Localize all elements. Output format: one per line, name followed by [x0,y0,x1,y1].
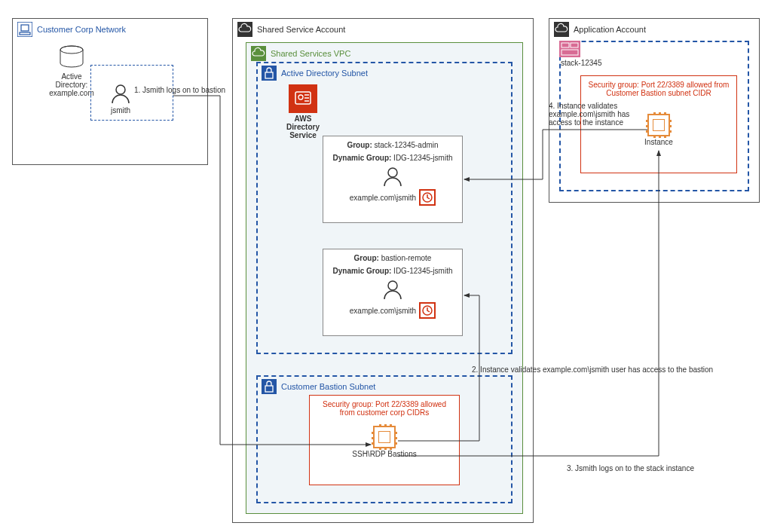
svg-point-5 [116,85,125,94]
svg-rect-1 [21,25,29,31]
shared-service-title: Shared Service Account [257,25,345,34]
user-icon [381,278,404,301]
group2-dyn-label: Dynamic Group: [333,267,392,275]
directory-service-icon [289,84,317,113]
bastion-instance-label: SSH\RDP Bastions [310,450,459,458]
svg-point-8 [298,95,303,99]
lock-icon [262,66,277,81]
clock-icon [419,302,436,319]
group1-label: Group: [347,141,372,149]
step-2-label: 2. Instance validates example.com\jsmith… [472,365,713,374]
group-bastion-remote: Group: bastion-remote Dynamic Group: IDG… [323,249,463,336]
lock-icon [262,379,277,394]
svg-rect-6 [265,72,273,78]
group1-name: stack-12345-admin [375,141,439,149]
shared-service-header: Shared Service Account [233,19,533,40]
group2-label: Group: [354,254,379,262]
step-1-label: 1. Jsmith logs on to bastion [134,86,225,94]
bastion-subnet-title: Customer Bastion Subnet [281,382,375,391]
group1-header: Group: stack-12345-admin [326,141,459,149]
instance-label: Instance [581,138,736,146]
group2-header: Group: bastion-remote [326,254,459,262]
bastion-subnet-header: Customer Bastion Subnet [258,377,511,396]
ds-label1: AWS [273,115,333,123]
customer-corp-header: Customer Corp Network [13,19,207,40]
group1-dyn-header: Dynamic Group: IDG-12345-jsmith [326,154,459,162]
bastion-sec-label: Security group: Port 22/3389 allowed fro… [310,396,459,421]
user-label: jsmith [98,106,143,115]
group2-dyn-header: Dynamic Group: IDG-12345-jsmith [326,267,459,275]
svg-rect-2 [20,32,30,35]
cloud-icon [237,22,252,37]
group1-dyn-label: Dynamic Group: [333,154,392,162]
svg-point-11 [388,281,397,290]
directory-service: AWS Directory Service [273,84,333,139]
group1-user-path: example.com\jsmith [350,194,416,202]
ec2-instance-icon [647,114,670,136]
group1-user-row: example.com\jsmith [326,189,459,206]
user-icon [109,82,132,105]
group2-name: bastion-remote [381,254,432,262]
svg-rect-13 [265,386,273,392]
bastion-sec-group: Security group: Port 22/3389 allowed fro… [309,395,460,485]
step-3-label: 3. Jsmith logs on to the stack instance [567,464,694,472]
corporate-network-icon [17,22,32,37]
cloudformation-icon [559,41,580,57]
group2-dyn-name: IDG-12345-jsmith [393,267,452,275]
stack-label: stack-12345 [561,59,601,67]
app-sec-label: Security group: Port 22/3389 allowed fro… [581,76,736,102]
cloud-icon [554,22,569,37]
group2-user-row: example.com\jsmith [326,302,459,319]
vpc-icon [251,46,266,61]
application-account-header: Application Account [549,19,759,40]
ad-subnet-title: Active Directory Subnet [281,69,368,78]
svg-point-9 [388,168,397,177]
user-icon [381,165,404,188]
group1-dyn-name: IDG-12345-jsmith [393,154,452,162]
ec2-instance-icon [373,426,396,448]
group2-user-path: example.com\jsmith [350,307,416,315]
database-icon [57,45,87,71]
group-stack-admin: Group: stack-12345-admin Dynamic Group: … [323,136,463,223]
ad-subnet-header: Active Directory Subnet [258,63,511,83]
customer-corp-title: Customer Corp Network [37,25,126,34]
step-4-label: 4. Instance validates example.com\jsmith… [549,102,647,127]
shared-vpc-title: Shared Services VPC [271,49,350,58]
application-account-title: Application Account [574,25,646,34]
clock-icon [419,189,436,206]
shared-vpc-header: Shared Services VPC [246,43,522,64]
